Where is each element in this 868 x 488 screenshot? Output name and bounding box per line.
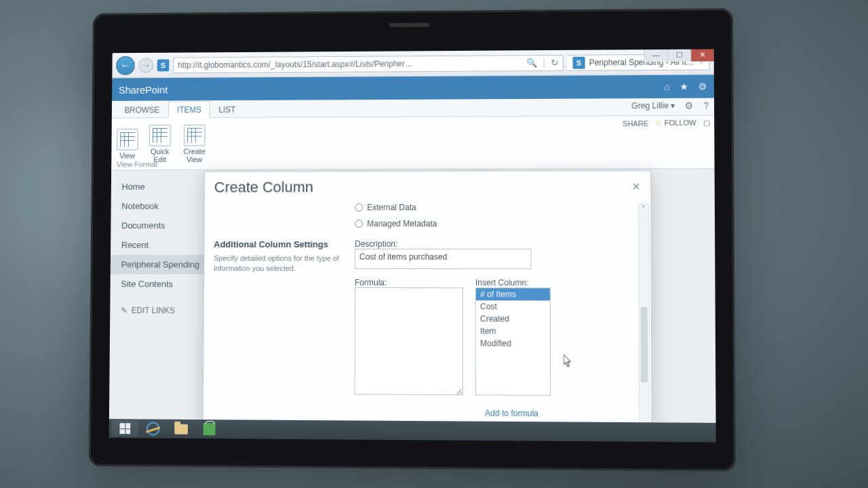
scroll-thumb[interactable]: [641, 307, 648, 382]
type-option-managed-label: Managed Metadata: [367, 219, 437, 228]
ribbon-createview-button[interactable]: Create View: [182, 124, 208, 163]
window-close-button[interactable]: ✕: [690, 49, 714, 61]
insert-column-label: Insert Column:: [475, 278, 551, 287]
ql-documents[interactable]: Documents: [121, 216, 218, 235]
suite-home-icon[interactable]: ⌂: [664, 81, 670, 92]
tab-favicon: S: [572, 56, 585, 68]
description-input[interactable]: [355, 249, 531, 269]
ql-notebook[interactable]: Notebook: [121, 197, 217, 216]
share-button[interactable]: SHARE: [623, 119, 648, 127]
edit-links-label: EDIT LINKS: [132, 306, 175, 315]
insert-column-list[interactable]: # of Items Cost Created Item Modified: [475, 287, 551, 396]
type-option-external-label: External Data: [367, 203, 416, 212]
pencil-icon: ✎: [121, 306, 127, 315]
insert-col-item[interactable]: Created: [476, 312, 550, 325]
folder-icon: [174, 424, 188, 434]
ribbon-createview-label: Create View: [182, 147, 207, 163]
dialog-scrollbar[interactable]: ˄ ˅: [638, 204, 650, 443]
address-url: http://it.globomantics.com/_layouts/15/s…: [178, 58, 523, 70]
taskbar: [109, 419, 716, 442]
ql-peripheral-spending[interactable]: Peripheral Spending: [111, 255, 217, 274]
product-name: SharePoint: [119, 83, 168, 95]
formula-label: Formula:: [355, 278, 463, 287]
ribbon-group-label: View Format: [117, 160, 157, 168]
back-button[interactable]: ←: [116, 56, 135, 75]
radio-icon: [355, 220, 363, 228]
refresh-icon[interactable]: ↻: [551, 58, 558, 68]
insert-col-item[interactable]: Item: [476, 325, 550, 337]
ql-recent[interactable]: Recent: [121, 235, 218, 255]
address-bar[interactable]: http://it.globomantics.com/_layouts/15/s…: [173, 54, 563, 73]
taskbar-store[interactable]: [196, 421, 223, 437]
follow-button[interactable]: ☆ ☆ FOLLOWFOLLOW: [655, 119, 696, 127]
ribbon-body: View Quick Edit Create View View Format …: [111, 116, 714, 171]
grid-icon: [117, 129, 138, 150]
dialog-close-icon[interactable]: ✕: [632, 180, 641, 192]
scroll-up-icon[interactable]: ˄: [639, 205, 648, 216]
insert-col-item[interactable]: # of Items: [476, 288, 550, 300]
insert-col-item[interactable]: Cost: [476, 300, 550, 312]
insert-col-item[interactable]: Modified: [476, 338, 550, 350]
ribbon-view-button[interactable]: View: [117, 129, 138, 159]
expand-ribbon-icon[interactable]: ▢: [703, 119, 710, 127]
ribbon-view-label: View: [119, 151, 135, 159]
section-heading: Additional Column Settings: [214, 239, 341, 249]
store-icon: [203, 423, 216, 435]
type-option-managed[interactable]: Managed Metadata: [355, 219, 641, 228]
section-help: Specify detailed options for the type of…: [214, 253, 341, 274]
radio-icon: [355, 203, 363, 211]
create-column-dialog: Create Column ✕ Additional Column Settin…: [203, 170, 652, 442]
ribbon-quickedit-button[interactable]: Quick Edit: [149, 124, 172, 163]
windows-icon: [119, 423, 130, 434]
forward-button[interactable]: →: [138, 58, 153, 73]
ql-site-contents[interactable]: Site Contents: [121, 274, 217, 293]
suite-bar: SharePoint ⌂ ★ ⚙: [112, 75, 714, 100]
grid-icon: [184, 124, 205, 146]
type-option-external[interactable]: External Data: [355, 203, 641, 212]
dialog-title: Create Column: [214, 178, 313, 196]
maximize-button[interactable]: ☐: [667, 49, 691, 61]
window-controls: — ☐ ✕: [644, 49, 713, 62]
taskbar-explorer[interactable]: [167, 421, 195, 437]
search-icon[interactable]: 🔍: [527, 58, 538, 68]
suite-star-icon[interactable]: ★: [679, 81, 688, 92]
add-to-formula-link[interactable]: Add to formula: [354, 407, 538, 418]
suite-gear-icon[interactable]: ⚙: [698, 81, 707, 92]
ribbon-tab-browse[interactable]: BROWSE: [116, 102, 169, 119]
ql-home[interactable]: Home: [121, 177, 217, 197]
quick-launch: Home Notebook Documents Recent Periphera…: [109, 170, 218, 420]
edit-links[interactable]: ✎ EDIT LINKS: [121, 306, 217, 315]
user-menu[interactable]: Greg Lillie ▾: [631, 101, 675, 110]
description-label: Description:: [355, 239, 641, 249]
star-icon: ☆: [655, 119, 662, 127]
site-gear-icon[interactable]: ⚙: [685, 100, 694, 111]
formula-input[interactable]: [355, 287, 463, 395]
minimize-button[interactable]: —: [644, 49, 667, 62]
ribbon-tabs: BROWSE ITEMS LIST Greg Lillie ▾ ⚙ ?: [112, 98, 714, 119]
taskbar-ie[interactable]: [140, 420, 167, 436]
help-icon[interactable]: ?: [703, 100, 709, 111]
grid-icon: [149, 124, 171, 146]
ribbon-tab-items[interactable]: ITEMS: [168, 101, 210, 118]
sharepoint-favicon: S: [157, 59, 170, 71]
browser-chrome: ← → S http://it.globomantics.com/_layout…: [112, 49, 714, 78]
ie-icon: [146, 422, 160, 435]
ribbon-tab-list[interactable]: LIST: [210, 101, 245, 118]
start-button[interactable]: [112, 420, 139, 436]
